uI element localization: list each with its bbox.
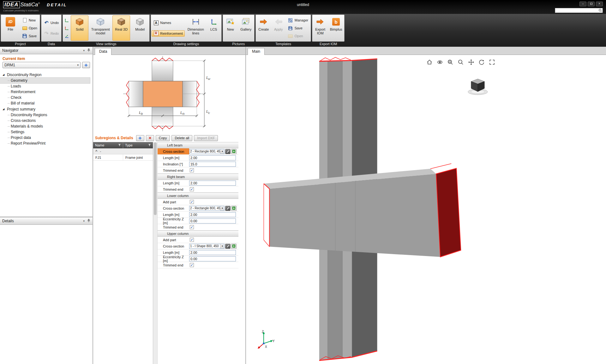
close-button[interactable]: × [596, 2, 603, 6]
scrollbar-thumb[interactable] [154, 142, 157, 215]
tree-node-child[interactable]: Geometry [0, 78, 90, 83]
bimplus-button[interactable]: b Bimplus [328, 15, 344, 41]
lcs-button[interactable]: LCS [207, 15, 221, 41]
column-header-name[interactable]: Name [95, 143, 104, 147]
new-project-button[interactable]: New [20, 17, 39, 23]
copy-cross-section-button[interactable] [231, 149, 237, 154]
real-3d-button[interactable]: Real 3D [112, 15, 130, 41]
file-button[interactable]: ID File [2, 15, 19, 41]
rotate-view-button[interactable] [478, 59, 485, 66]
checkbox[interactable]: ✓ [190, 238, 194, 242]
tree-node-child[interactable]: Bill of material [0, 100, 90, 106]
cross-section-select[interactable]: 2 - Rectangle 800, 450▾ [189, 149, 225, 154]
tree-node-child[interactable]: Reinforcement [0, 89, 90, 95]
names-toggle-button[interactable]: ANames [152, 20, 185, 26]
fit-view-button[interactable] [489, 59, 495, 66]
dimension-lines-button[interactable]: Dimension lines [186, 15, 206, 41]
view-direction-button[interactable] [436, 59, 443, 66]
collapse-icon[interactable]: ^ [95, 149, 97, 153]
tree-node-child[interactable]: Discontinuity Regions [0, 112, 90, 118]
solid-view-button[interactable]: Solid [71, 15, 88, 41]
import-dxf-button[interactable]: Import DXF [194, 135, 218, 141]
navigator-pin-icon[interactable] [87, 48, 90, 53]
template-manager-button[interactable]: Manager [286, 17, 310, 23]
reinforcement-toggle-button[interactable]: RReinforcement [152, 30, 185, 37]
add-region-button[interactable] [82, 62, 90, 68]
cross-section-select[interactable]: 2 - Rectangle 800, 450▾ [189, 206, 225, 211]
navigator-chevron-down-icon[interactable]: ▾ [83, 49, 85, 52]
export-iom-button[interactable]: Export IOM [313, 15, 327, 41]
current-item-select[interactable]: DRM1 ▾ [3, 62, 81, 68]
home-view-button[interactable] [426, 59, 433, 66]
filter-icon[interactable] [148, 143, 151, 147]
save-template-button[interactable]: Save [286, 25, 310, 31]
delete-all-button[interactable]: Delete all [171, 135, 192, 141]
property-input[interactable] [189, 181, 236, 186]
checkbox[interactable]: ✓ [190, 200, 194, 204]
transparent-model-button[interactable]: Transparent model [89, 15, 111, 41]
tree-node-parent[interactable]: ◢Discontinuity Region [0, 72, 93, 78]
view-cube[interactable] [466, 76, 489, 97]
checkbox[interactable]: ✓ [190, 263, 194, 267]
tree-node-child[interactable]: Materials & models [0, 123, 90, 129]
property-input[interactable] [189, 155, 236, 160]
delete-subregion-button[interactable] [146, 135, 154, 141]
tree-node-child[interactable]: Project data [0, 135, 90, 140]
column-header-type[interactable]: Type [125, 143, 133, 147]
open-project-button[interactable]: Open [20, 25, 39, 31]
tab-main[interactable]: Main [248, 48, 265, 55]
redo-button[interactable]: ↷Redo [42, 30, 61, 37]
undo-button[interactable]: ↶Undo [42, 20, 61, 26]
tree-node-child[interactable]: Check [0, 95, 90, 100]
maximize-button[interactable] [588, 2, 595, 6]
property-section-header[interactable]: Upper column [158, 230, 238, 237]
checkbox[interactable]: ✓ [190, 187, 194, 191]
pan-button[interactable] [468, 59, 475, 66]
gallery-button[interactable]: Gallery [238, 15, 254, 41]
cross-section-select[interactable]: 1 - I Shape 800, 450▾ [189, 244, 225, 249]
property-input[interactable] [189, 250, 236, 255]
copy-button[interactable]: Copy [156, 135, 170, 141]
model-view-button[interactable]: Model [131, 15, 149, 41]
tree-node-child[interactable]: Settings [0, 129, 90, 135]
zoom-window-button[interactable] [447, 59, 454, 66]
tree-node-child[interactable]: Cross-sections [0, 118, 90, 123]
details-pin-icon[interactable] [87, 219, 90, 224]
minimize-button[interactable]: – [579, 2, 586, 6]
expander-icon[interactable]: ◢ [3, 108, 5, 110]
property-input[interactable] [189, 212, 236, 217]
tab-data[interactable]: Data [95, 48, 111, 55]
axis-view-xz-button[interactable] [63, 25, 70, 31]
save-project-button[interactable]: Save [20, 33, 39, 39]
property-input[interactable] [189, 162, 236, 167]
add-subregion-button[interactable] [136, 135, 144, 141]
open-template-button[interactable]: Open [286, 33, 310, 39]
property-section-header[interactable]: Right beam [158, 174, 238, 180]
3d-viewport[interactable]: Z Y X [246, 55, 606, 364]
copy-cross-section-button[interactable] [231, 206, 237, 211]
property-section-header[interactable]: Lower column [158, 193, 238, 199]
details-chevron-down-icon[interactable]: ▾ [83, 219, 85, 223]
expander-icon[interactable]: ◢ [3, 73, 5, 76]
properties-scrollbar[interactable] [153, 142, 158, 364]
tree-node-child[interactable]: Loads [0, 83, 90, 89]
create-template-button[interactable]: Create [256, 15, 271, 41]
new-picture-button[interactable]: New [224, 15, 237, 41]
tree-node-child[interactable]: Report Preview/Print [0, 140, 90, 146]
property-input[interactable] [189, 218, 236, 224]
property-section-header[interactable]: Left beam [158, 142, 238, 148]
edit-cross-section-button[interactable] [225, 149, 231, 154]
checkbox[interactable]: ✓ [190, 225, 194, 229]
tree-node-parent[interactable]: ◢Project summary [0, 106, 93, 112]
edit-cross-section-button[interactable] [225, 244, 231, 249]
zoom-button[interactable] [457, 59, 464, 66]
table-group-row[interactable]: ^ - [93, 148, 153, 154]
table-row[interactable]: FJ1Frame joint [93, 154, 153, 161]
edit-cross-section-button[interactable] [225, 206, 231, 211]
filter-icon[interactable] [118, 143, 121, 147]
property-input[interactable] [189, 256, 236, 261]
copy-cross-section-button[interactable] [231, 244, 237, 249]
axis-view-xy-button[interactable] [63, 17, 70, 23]
apply-template-button[interactable]: Apply [272, 15, 285, 41]
axis-view-yz-button[interactable] [63, 33, 70, 39]
